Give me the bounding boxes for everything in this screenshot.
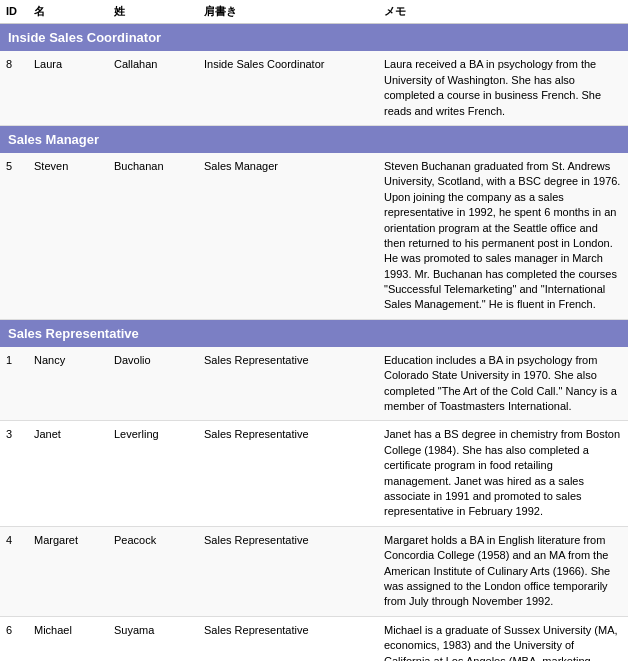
cell-title: Inside Sales Coordinator	[204, 57, 384, 72]
cell-memo: Steven Buchanan graduated from St. Andre…	[384, 159, 622, 313]
header-title: 肩書き	[204, 4, 384, 19]
table-row: 1NancyDavolioSales RepresentativeEducati…	[0, 347, 628, 422]
table-row: 8LauraCallahanInside Sales CoordinatorLa…	[0, 51, 628, 126]
header-name: 名	[34, 4, 114, 19]
cell-last-name: Peacock	[114, 533, 204, 548]
cell-id: 4	[6, 533, 34, 548]
cell-first-name: Michael	[34, 623, 114, 638]
header-last: 姓	[114, 4, 204, 19]
table-body: Inside Sales Coordinator8LauraCallahanIn…	[0, 24, 628, 661]
cell-last-name: Davolio	[114, 353, 204, 368]
cell-first-name: Steven	[34, 159, 114, 174]
cell-id: 6	[6, 623, 34, 638]
header-id: ID	[6, 4, 34, 19]
table-row: 4MargaretPeacockSales RepresentativeMarg…	[0, 527, 628, 617]
header-memo: メモ	[384, 4, 622, 19]
cell-memo: Margaret holds a BA in English literatur…	[384, 533, 622, 610]
cell-memo: Michael is a graduate of Sussex Universi…	[384, 623, 622, 661]
cell-last-name: Leverling	[114, 427, 204, 442]
cell-first-name: Nancy	[34, 353, 114, 368]
table-row: 5StevenBuchananSales ManagerSteven Bucha…	[0, 153, 628, 320]
group-header: Sales Manager	[0, 126, 628, 153]
cell-id: 8	[6, 57, 34, 72]
cell-memo: Education includes a BA in psychology fr…	[384, 353, 622, 415]
cell-first-name: Janet	[34, 427, 114, 442]
cell-memo: Laura received a BA in psychology from t…	[384, 57, 622, 119]
cell-last-name: Callahan	[114, 57, 204, 72]
cell-title: Sales Representative	[204, 533, 384, 548]
table-container: ID 名 姓 肩書き メモ	[0, 0, 628, 24]
cell-last-name: Suyama	[114, 623, 204, 638]
table-row: 3JanetLeverlingSales RepresentativeJanet…	[0, 421, 628, 526]
cell-id: 3	[6, 427, 34, 442]
cell-first-name: Margaret	[34, 533, 114, 548]
cell-id: 1	[6, 353, 34, 368]
table-row: 6MichaelSuyamaSales RepresentativeMichae…	[0, 617, 628, 661]
cell-title: Sales Representative	[204, 427, 384, 442]
group-header: Sales Representative	[0, 320, 628, 347]
cell-memo: Janet has a BS degree in chemistry from …	[384, 427, 622, 519]
table-header: ID 名 姓 肩書き メモ	[0, 0, 628, 24]
cell-first-name: Laura	[34, 57, 114, 72]
cell-title: Sales Representative	[204, 353, 384, 368]
cell-title: Sales Manager	[204, 159, 384, 174]
group-header: Inside Sales Coordinator	[0, 24, 628, 51]
cell-id: 5	[6, 159, 34, 174]
cell-title: Sales Representative	[204, 623, 384, 638]
cell-last-name: Buchanan	[114, 159, 204, 174]
